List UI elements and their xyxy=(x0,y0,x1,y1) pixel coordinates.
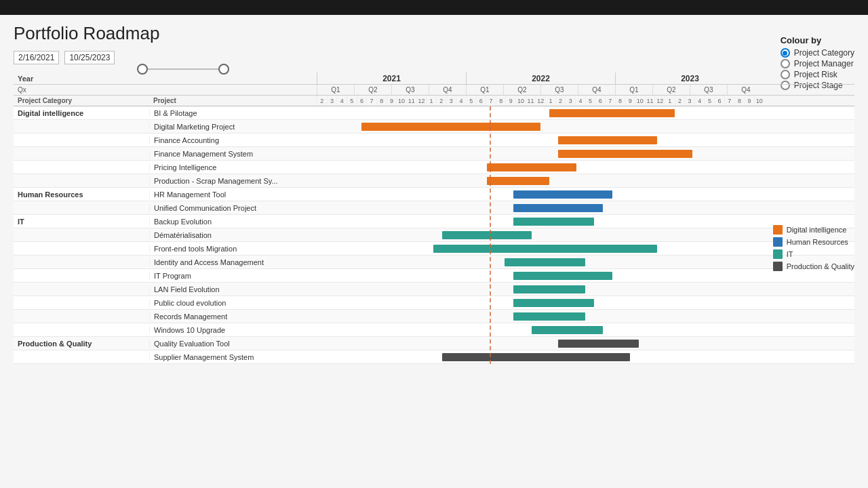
bar-row xyxy=(317,283,854,296)
radio-category[interactable] xyxy=(781,48,790,58)
table-row: Production & QualityQuality Evaluation T… xyxy=(14,337,854,350)
legend-color xyxy=(773,237,783,247)
header-year-2022: 2022 xyxy=(466,73,615,84)
table-row: LAN Field Evolution xyxy=(14,283,854,296)
header-week-33: 11 xyxy=(645,96,655,106)
gantt-bar xyxy=(487,177,549,185)
header-week-39: 5 xyxy=(705,96,715,106)
header-q-6: Q3 xyxy=(540,85,578,95)
header-week-2: 4 xyxy=(336,96,347,106)
gantt-bar xyxy=(558,136,656,144)
header-week-29: 7 xyxy=(605,96,615,106)
header-week-18: 8 xyxy=(496,96,506,106)
legend-label: Digital intelligence xyxy=(787,226,847,234)
header-q-7: Q4 xyxy=(578,85,615,95)
project-cell: Public cloud evolution xyxy=(149,299,317,307)
project-cell: Pricing Intelligence xyxy=(149,163,317,171)
gantt-bar xyxy=(513,272,612,280)
gantt-bar xyxy=(558,340,639,348)
table-row: Front-end tools Migration xyxy=(14,242,854,256)
legend-label: Production & Quality xyxy=(787,262,854,270)
main-wrapper: Portfolio Roadmap 2/16/2021 10/25/2023 C… xyxy=(0,0,868,488)
bar-row xyxy=(317,350,854,364)
header-week-17: 7 xyxy=(486,96,496,106)
date-range: 2/16/2021 10/25/2023 xyxy=(14,51,854,64)
project-cell: Digital Marketing Project xyxy=(149,123,317,131)
gantt-bar xyxy=(513,299,594,307)
bar-row xyxy=(317,134,854,147)
bar-row xyxy=(317,161,854,174)
radio-manager[interactable] xyxy=(781,59,790,68)
header-category-label: Project Category xyxy=(14,97,149,104)
project-cell: Unified Communication Project xyxy=(149,204,317,212)
start-date[interactable]: 2/16/2021 xyxy=(14,51,59,64)
header-week-41: 7 xyxy=(724,96,734,106)
category-cell: IT xyxy=(14,218,149,226)
gantt-bar xyxy=(513,312,585,321)
header-week-38: 4 xyxy=(694,96,705,106)
bar-row xyxy=(317,323,854,337)
header-week-20: 10 xyxy=(515,96,526,106)
legend-item-it: IT xyxy=(773,249,854,259)
header-week-13: 3 xyxy=(446,96,456,106)
project-cell: Backup Evolution xyxy=(149,218,317,226)
table-row: Digital Marketing Project xyxy=(14,120,854,134)
header-q-10: Q3 xyxy=(690,85,727,95)
header-year-label: Year xyxy=(14,75,149,83)
header-week-25: 3 xyxy=(565,96,575,106)
colour-by-option-manager[interactable]: Project Manager xyxy=(781,59,854,68)
header-q-9: Q2 xyxy=(652,85,690,95)
bar-row xyxy=(317,188,854,201)
header-week-35: 1 xyxy=(665,96,675,106)
colour-by-label-manager: Project Manager xyxy=(794,59,854,68)
header-project-label: Project xyxy=(149,97,317,104)
header-week-24: 2 xyxy=(555,96,566,106)
bar-row xyxy=(317,147,854,161)
gantt-bar xyxy=(505,258,585,266)
header-week-42: 8 xyxy=(734,96,745,106)
legend-item-production-&-quality: Production & Quality xyxy=(773,262,854,271)
table-row: Supplier Management System xyxy=(14,350,854,364)
legend-color xyxy=(773,262,783,271)
header-week-14: 4 xyxy=(456,96,466,106)
gantt-chart: Year202120222023QxQ1Q2Q3Q4Q1Q2Q3Q4Q1Q2Q3… xyxy=(14,73,854,364)
header-week-10: 12 xyxy=(416,96,427,106)
header-q-1: Q2 xyxy=(354,85,391,95)
table-row: Windows 10 Upgrade xyxy=(14,323,854,337)
gantt-bar xyxy=(487,163,576,171)
category-cell: Digital intelligence xyxy=(14,109,149,117)
header-year-2023: 2023 xyxy=(615,73,764,84)
gantt-bar xyxy=(361,123,540,131)
header-week-4: 6 xyxy=(357,96,367,106)
colour-by-option-category[interactable]: Project Category xyxy=(781,48,854,58)
project-cell: Windows 10 Upgrade xyxy=(149,326,317,334)
table-row: Finance Accounting xyxy=(14,134,854,147)
slider-track[interactable] xyxy=(142,68,224,70)
table-row: Dématérialisation xyxy=(14,228,854,242)
header-week-23: 1 xyxy=(545,96,555,106)
header-week-31: 9 xyxy=(625,96,635,106)
table-row: Records Management xyxy=(14,310,854,323)
table-row: Production - Scrap Management Sy... xyxy=(14,174,854,188)
project-cell: Quality Evaluation Tool xyxy=(149,340,317,348)
header-week-34: 12 xyxy=(654,96,665,106)
category-cell: Production & Quality xyxy=(14,340,149,348)
header-week-36: 2 xyxy=(675,96,685,106)
gantt-bar xyxy=(558,150,692,158)
legend-item-human-resources: Human Resources xyxy=(773,237,854,247)
header-q-2: Q3 xyxy=(391,85,429,95)
header-week-22: 12 xyxy=(535,96,545,106)
bar-row xyxy=(317,106,854,120)
project-cell: Records Management xyxy=(149,312,317,321)
gantt-bar xyxy=(442,231,532,239)
table-row: Digital intelligenceBI & Pilotage xyxy=(14,106,854,120)
category-cell: Human Resources xyxy=(14,190,149,199)
header-week-37: 3 xyxy=(684,96,694,106)
table-row: Unified Communication Project xyxy=(14,201,854,215)
header-week-21: 11 xyxy=(526,96,536,106)
colour-by-label-category: Project Category xyxy=(794,48,854,58)
header-year-row: Year202120222023 xyxy=(14,73,854,85)
header-week-43: 9 xyxy=(744,96,754,106)
end-date[interactable]: 10/25/2023 xyxy=(64,51,115,64)
header-qx-label: Qx xyxy=(14,86,149,94)
